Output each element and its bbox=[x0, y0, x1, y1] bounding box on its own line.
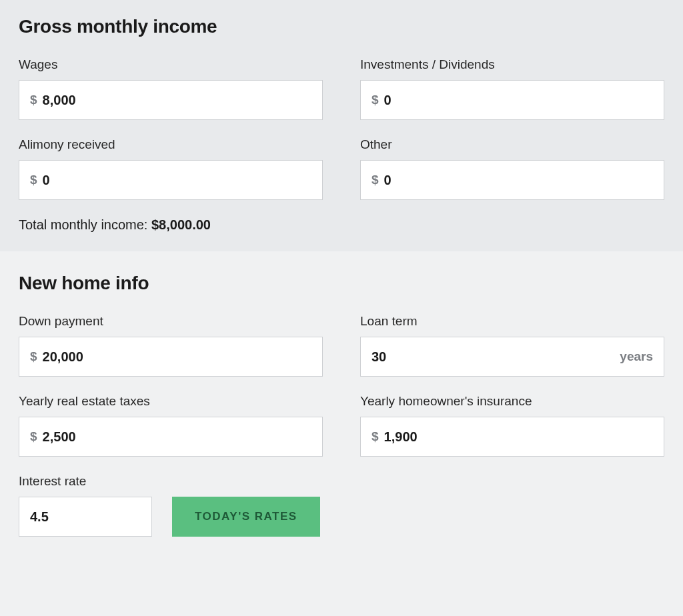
insurance-input[interactable] bbox=[384, 429, 653, 445]
years-suffix: years bbox=[620, 349, 653, 364]
interest-rate-label: Interest rate bbox=[19, 474, 152, 489]
gross-monthly-income-title: Gross monthly income bbox=[19, 16, 664, 37]
home-form-grid: Down payment $ Loan term years Yearly re… bbox=[19, 314, 664, 537]
investments-field: Investments / Dividends $ bbox=[360, 57, 664, 120]
taxes-field: Yearly real estate taxes $ bbox=[19, 394, 323, 457]
investments-label: Investments / Dividends bbox=[360, 57, 664, 72]
dollar-icon: $ bbox=[30, 173, 37, 187]
other-income-label: Other bbox=[360, 137, 664, 152]
alimony-input[interactable] bbox=[43, 173, 311, 188]
wages-label: Wages bbox=[19, 57, 323, 72]
total-monthly-income-label: Total monthly income: bbox=[19, 217, 151, 232]
alimony-label: Alimony received bbox=[19, 137, 323, 152]
interest-rate-row: Interest rate % TODAY'S RATES bbox=[19, 474, 323, 537]
loan-term-input[interactable] bbox=[372, 349, 614, 365]
taxes-label: Yearly real estate taxes bbox=[19, 394, 323, 409]
other-income-field: Other $ bbox=[360, 137, 664, 200]
todays-rates-button[interactable]: TODAY'S RATES bbox=[172, 497, 320, 537]
alimony-field: Alimony received $ bbox=[19, 137, 323, 200]
new-home-info-section: New home info Down payment $ Loan term y… bbox=[0, 257, 683, 555]
insurance-field: Yearly homeowner's insurance $ bbox=[360, 394, 664, 457]
gross-monthly-income-section: Gross monthly income Wages $ Investments… bbox=[0, 0, 683, 251]
wages-input[interactable] bbox=[43, 93, 311, 108]
loan-term-label: Loan term bbox=[360, 314, 664, 329]
taxes-input-wrap[interactable]: $ bbox=[19, 417, 323, 457]
wages-input-wrap[interactable]: $ bbox=[19, 80, 323, 120]
down-payment-input[interactable] bbox=[43, 349, 311, 365]
dollar-icon: $ bbox=[372, 173, 379, 187]
dollar-icon: $ bbox=[30, 349, 37, 364]
other-income-input[interactable] bbox=[384, 173, 653, 188]
loan-term-field: Loan term years bbox=[360, 314, 664, 377]
dollar-icon: $ bbox=[30, 93, 37, 107]
interest-rate-field: Interest rate % bbox=[19, 474, 152, 537]
taxes-input[interactable] bbox=[43, 429, 311, 445]
down-payment-input-wrap[interactable]: $ bbox=[19, 337, 323, 377]
interest-rate-input-wrap[interactable]: % bbox=[19, 497, 152, 537]
dollar-icon: $ bbox=[372, 93, 379, 107]
investments-input-wrap[interactable]: $ bbox=[360, 80, 664, 120]
loan-term-input-wrap[interactable]: years bbox=[360, 337, 664, 377]
investments-input[interactable] bbox=[384, 93, 653, 108]
wages-field: Wages $ bbox=[19, 57, 323, 120]
other-income-input-wrap[interactable]: $ bbox=[360, 160, 664, 200]
new-home-info-title: New home info bbox=[19, 273, 664, 294]
alimony-input-wrap[interactable]: $ bbox=[19, 160, 323, 200]
insurance-input-wrap[interactable]: $ bbox=[360, 417, 664, 457]
section-divider bbox=[0, 251, 683, 257]
dollar-icon: $ bbox=[30, 429, 37, 444]
total-monthly-income: Total monthly income: $8,000.00 bbox=[19, 217, 664, 233]
down-payment-label: Down payment bbox=[19, 314, 323, 329]
dollar-icon: $ bbox=[372, 429, 379, 444]
total-monthly-income-value: $8,000.00 bbox=[151, 217, 211, 232]
insurance-label: Yearly homeowner's insurance bbox=[360, 394, 664, 409]
down-payment-field: Down payment $ bbox=[19, 314, 323, 377]
income-form-grid: Wages $ Investments / Dividends $ Alimon… bbox=[19, 57, 664, 200]
